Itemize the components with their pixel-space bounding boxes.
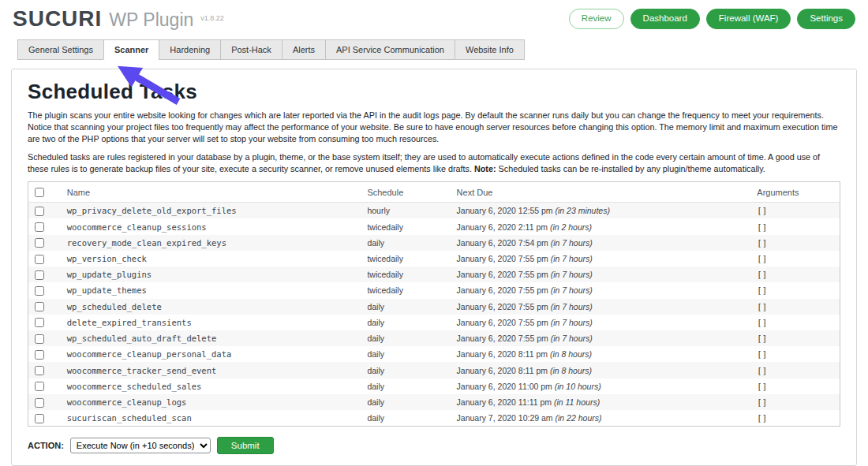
tab-alerts[interactable]: Alerts bbox=[282, 39, 326, 60]
table-row: wp_privacy_delete_old_export_fileshourly… bbox=[28, 203, 840, 219]
row-checkbox[interactable] bbox=[35, 222, 44, 232]
task-name: wp_update_themes bbox=[61, 282, 361, 298]
column-header-next-due: Next Due bbox=[451, 182, 751, 203]
task-arguments: [] bbox=[750, 235, 840, 251]
task-arguments: [] bbox=[750, 203, 840, 219]
task-next-due: January 6, 2020 7:55 pm (in 7 hours) bbox=[451, 251, 751, 267]
task-arguments: [] bbox=[750, 378, 840, 394]
task-schedule: twicedaily bbox=[361, 251, 450, 267]
table-row: wp_scheduled_deletedailyJanuary 6, 2020 … bbox=[28, 299, 840, 315]
table-row: wp_update_pluginstwicedailyJanuary 6, 20… bbox=[28, 267, 840, 282]
column-header-arguments: Arguments bbox=[750, 182, 840, 203]
row-checkbox[interactable] bbox=[35, 334, 44, 344]
table-row: woocommerce_tracker_send_eventdailyJanua… bbox=[28, 362, 840, 378]
task-arguments: [] bbox=[750, 267, 840, 282]
task-schedule: daily bbox=[361, 410, 450, 427]
task-schedule: daily bbox=[361, 299, 450, 315]
table-row: wp_update_themestwicedailyJanuary 6, 202… bbox=[28, 282, 840, 298]
task-name: wp_update_plugins bbox=[61, 267, 361, 282]
submit-button[interactable]: Submit bbox=[217, 437, 274, 454]
task-schedule: twicedaily bbox=[361, 267, 450, 282]
settings-button[interactable]: Settings bbox=[797, 9, 855, 29]
table-row: wp_scheduled_auto_draft_deletedailyJanua… bbox=[28, 330, 840, 346]
row-checkbox[interactable] bbox=[35, 238, 44, 248]
task-name: wp_privacy_delete_old_export_files bbox=[61, 203, 361, 219]
firewall-waf-button[interactable]: Firewall (WAF) bbox=[706, 9, 791, 29]
row-checkbox[interactable] bbox=[35, 286, 44, 296]
task-next-due: January 6, 2020 7:55 pm (in 7 hours) bbox=[451, 282, 751, 298]
task-arguments: [] bbox=[750, 330, 840, 346]
task-schedule: daily bbox=[361, 378, 450, 394]
action-select[interactable]: Execute Now (in +10 seconds) bbox=[70, 438, 211, 453]
table-row: woocommerce_cleanup_personal_datadailyJa… bbox=[28, 346, 840, 362]
row-checkbox[interactable] bbox=[35, 350, 44, 360]
top-bar: sucuri WP Plugin v1.8.22 ReviewDashboard… bbox=[0, 0, 868, 33]
review-button[interactable]: Review bbox=[569, 9, 624, 29]
task-schedule: daily bbox=[361, 235, 450, 251]
task-next-due: January 6, 2020 8:11 pm (in 8 hours) bbox=[451, 346, 751, 362]
task-next-due: January 6, 2020 7:55 pm (in 7 hours) bbox=[451, 315, 751, 330]
table-row: woocommerce_cleanup_logsdailyJanuary 6, … bbox=[28, 394, 840, 410]
column-header-name: Name bbox=[61, 182, 361, 203]
tab-post-hack[interactable]: Post-Hack bbox=[220, 39, 282, 60]
table-header-row: Name Schedule Next Due Arguments bbox=[28, 182, 840, 203]
header-buttons: ReviewDashboardFirewall (WAF)Settings bbox=[569, 9, 855, 29]
select-all-checkbox[interactable] bbox=[35, 188, 44, 197]
task-name: woocommerce_scheduled_sales bbox=[61, 378, 361, 394]
sucuri-logo: sucuri bbox=[13, 6, 102, 32]
tab-hardening[interactable]: Hardening bbox=[159, 39, 221, 60]
task-next-due: January 6, 2020 8:11 pm (in 8 hours) bbox=[451, 362, 751, 378]
table-row: wp_version_checktwicedailyJanuary 6, 202… bbox=[28, 251, 840, 267]
tab-general-settings[interactable]: General Settings bbox=[17, 39, 104, 60]
tab-bar: General SettingsScannerHardeningPost-Hac… bbox=[17, 39, 868, 60]
table-row: sucuriscan_scheduled_scandailyJanuary 7,… bbox=[28, 410, 840, 427]
row-checkbox[interactable] bbox=[35, 398, 44, 408]
version-label: v1.8.22 bbox=[200, 14, 224, 22]
task-arguments: [] bbox=[750, 394, 840, 410]
tab-website-info[interactable]: Website Info bbox=[455, 39, 525, 60]
tab-api-service-communication[interactable]: API Service Communication bbox=[325, 39, 455, 60]
row-checkbox[interactable] bbox=[35, 382, 44, 391]
table-row: woocommerce_scheduled_salesdailyJanuary … bbox=[28, 378, 840, 394]
task-arguments: [] bbox=[750, 362, 840, 378]
brand: sucuri WP Plugin v1.8.22 bbox=[13, 6, 224, 32]
task-next-due: January 6, 2020 11:11 pm (in 11 hours) bbox=[451, 394, 751, 410]
task-arguments: [] bbox=[750, 346, 840, 362]
task-name: recovery_mode_clean_expired_keys bbox=[61, 235, 361, 251]
task-next-due: January 6, 2020 7:55 pm (in 7 hours) bbox=[451, 267, 751, 282]
task-arguments: [] bbox=[750, 282, 840, 298]
row-checkbox[interactable] bbox=[35, 366, 44, 375]
task-schedule: daily bbox=[361, 330, 450, 346]
task-schedule: daily bbox=[361, 394, 450, 410]
description-tasks: Scheduled tasks are rules registered in … bbox=[28, 151, 840, 175]
task-next-due: January 6, 2020 2:11 pm (in 2 hours) bbox=[451, 218, 751, 234]
task-schedule: daily bbox=[361, 315, 450, 330]
table-row: delete_expired_transientsdailyJanuary 6,… bbox=[28, 315, 840, 330]
row-checkbox[interactable] bbox=[35, 414, 44, 423]
task-name: delete_expired_transients bbox=[61, 315, 361, 330]
task-name: sucuriscan_scheduled_scan bbox=[61, 410, 361, 427]
row-checkbox[interactable] bbox=[35, 255, 44, 264]
task-next-due: January 7, 2020 10:29 am (in 22 hours) bbox=[451, 410, 751, 427]
tasks-table-body: wp_privacy_delete_old_export_fileshourly… bbox=[28, 203, 840, 427]
task-next-due: January 6, 2020 12:55 pm (in 23 minutes) bbox=[451, 203, 751, 219]
task-schedule: twicedaily bbox=[361, 218, 450, 234]
row-checkbox[interactable] bbox=[35, 302, 44, 311]
row-checkbox[interactable] bbox=[35, 318, 44, 327]
table-row: woocommerce_cleanup_sessionstwicedailyJa… bbox=[28, 218, 840, 234]
task-next-due: January 6, 2020 7:55 pm (in 7 hours) bbox=[451, 299, 751, 315]
scheduled-tasks-panel: Scheduled Tasks The plugin scans your en… bbox=[11, 69, 857, 466]
task-arguments: [] bbox=[750, 410, 840, 427]
task-schedule: twicedaily bbox=[361, 282, 450, 298]
task-name: wp_scheduled_auto_draft_delete bbox=[61, 330, 361, 346]
action-row: ACTION: Execute Now (in +10 seconds) Sub… bbox=[28, 437, 840, 454]
row-checkbox[interactable] bbox=[35, 207, 44, 216]
tab-scanner[interactable]: Scanner bbox=[103, 39, 159, 60]
task-name: woocommerce_cleanup_sessions bbox=[61, 218, 361, 234]
row-checkbox[interactable] bbox=[35, 270, 44, 280]
task-name: wp_version_check bbox=[61, 251, 361, 267]
dashboard-button[interactable]: Dashboard bbox=[630, 9, 700, 29]
column-header-schedule: Schedule bbox=[361, 182, 450, 203]
task-arguments: [] bbox=[750, 251, 840, 267]
task-arguments: [] bbox=[750, 299, 840, 315]
